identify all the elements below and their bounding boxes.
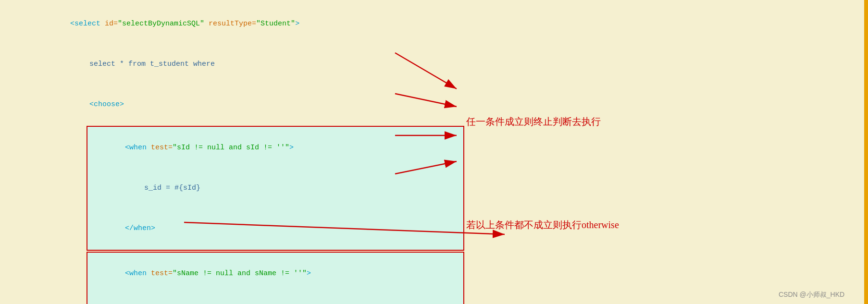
code-line-6: </when>	[90, 208, 460, 249]
sql-sid: s_id = #{sId}	[144, 184, 200, 192]
line-content-4: <when test="sId != null and sId != ''">	[90, 128, 460, 168]
code-line-2: select * from t_student where	[10, 44, 868, 85]
right-bar	[864, 0, 868, 304]
attr-id: id=	[105, 20, 118, 28]
line-content-7: <when test="sName != null and sName != '…	[90, 254, 460, 294]
sql-select: select * from t_student where	[89, 60, 215, 68]
csdn-label: CSDN @小师叔_HKD	[779, 291, 844, 298]
code-line-3: <choose>	[10, 85, 868, 125]
tag-when1-open: <when	[125, 144, 151, 152]
line-content-3: <choose>	[25, 85, 868, 125]
tag-select-open: <select	[70, 20, 105, 28]
code-area: <select id="selectByDynamicSQL" resultTy…	[0, 0, 868, 304]
line-content-1: <select id="selectByDynamicSQL" resultTy…	[25, 4, 868, 44]
line-content-2: select * from t_student where	[25, 44, 868, 85]
line-content-5: s_id = #{sId}	[90, 168, 460, 208]
val-result: "Student"	[256, 20, 295, 28]
code-line-4: <when test="sId != null and sId != ''">	[90, 128, 460, 168]
val-id: "selectByDynamicSQL"	[118, 20, 204, 28]
tag-choose-open: <choose>	[89, 100, 124, 109]
attr-test2: test=	[151, 269, 173, 278]
tag-when2-open: <when	[125, 269, 151, 278]
line-content-8: s_name = #{sName}	[90, 294, 460, 304]
attr-result: resultType=	[204, 20, 256, 28]
code-line-5: s_id = #{sId}	[90, 168, 460, 208]
tag-select-close-bracket: >	[295, 20, 299, 28]
line-content-6: </when>	[90, 208, 460, 249]
code-line-1: <select id="selectByDynamicSQL" resultTy…	[10, 4, 868, 44]
tag-when1-close: </when>	[125, 224, 155, 232]
val-test1: "sId != null and sId != ''"	[173, 144, 289, 152]
val-test2: "sName != null and sName != ''"	[173, 269, 307, 278]
tag-when2-gt: >	[307, 269, 311, 278]
code-line-7: <when test="sName != null and sName != '…	[90, 254, 460, 294]
when-block-2: <when test="sName != null and sName != '…	[87, 252, 464, 304]
annotation-label-2: 若以上条件都不成立则执行otherwise	[466, 219, 619, 230]
code-line-8: s_name = #{sName}	[90, 294, 460, 304]
attr-test1: test=	[151, 144, 173, 152]
tag-when1-gt: >	[289, 144, 294, 152]
when-block-1: <when test="sId != null and sId != ''"> …	[87, 126, 464, 251]
